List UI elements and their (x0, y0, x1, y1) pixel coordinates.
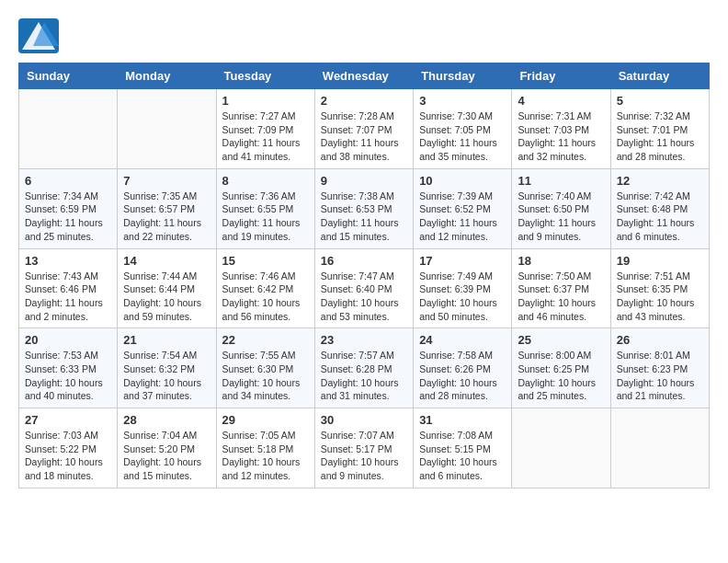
calendar-cell: 12Sunrise: 7:42 AM Sunset: 6:48 PM Dayli… (610, 168, 709, 248)
day-number: 7 (123, 174, 210, 188)
calendar-cell: 23Sunrise: 7:57 AM Sunset: 6:28 PM Dayli… (314, 328, 413, 408)
logo (18, 18, 63, 53)
day-details: Sunrise: 7:36 AM Sunset: 6:55 PM Dayligh… (222, 190, 309, 244)
day-number: 22 (222, 333, 309, 347)
calendar-cell (19, 89, 118, 169)
day-number: 16 (321, 254, 407, 268)
day-number: 12 (617, 174, 703, 188)
day-number: 24 (419, 333, 506, 347)
day-details: Sunrise: 8:00 AM Sunset: 6:25 PM Dayligh… (518, 349, 604, 403)
calendar-cell: 1Sunrise: 7:27 AM Sunset: 7:09 PM Daylig… (216, 89, 314, 169)
day-number: 13 (25, 254, 111, 268)
page-header (18, 18, 710, 53)
day-number: 17 (419, 254, 506, 268)
day-number: 27 (25, 413, 111, 427)
day-details: Sunrise: 8:01 AM Sunset: 6:23 PM Dayligh… (617, 349, 703, 403)
day-number: 10 (419, 174, 506, 188)
calendar-cell: 19Sunrise: 7:51 AM Sunset: 6:35 PM Dayli… (610, 248, 709, 328)
calendar-week-row: 6Sunrise: 7:34 AM Sunset: 6:59 PM Daylig… (19, 168, 710, 248)
day-number: 25 (518, 333, 604, 347)
day-details: Sunrise: 7:51 AM Sunset: 6:35 PM Dayligh… (617, 270, 703, 324)
day-details: Sunrise: 7:55 AM Sunset: 6:30 PM Dayligh… (222, 349, 309, 403)
col-header-monday: Monday (118, 63, 216, 89)
calendar-cell: 20Sunrise: 7:53 AM Sunset: 6:33 PM Dayli… (19, 328, 118, 408)
calendar-cell: 29Sunrise: 7:05 AM Sunset: 5:18 PM Dayli… (216, 408, 314, 488)
calendar-cell (610, 408, 709, 488)
calendar-cell: 28Sunrise: 7:04 AM Sunset: 5:20 PM Dayli… (118, 408, 216, 488)
calendar-cell: 14Sunrise: 7:44 AM Sunset: 6:44 PM Dayli… (118, 248, 216, 328)
day-number: 11 (518, 174, 604, 188)
day-number: 29 (222, 413, 309, 427)
day-details: Sunrise: 7:50 AM Sunset: 6:37 PM Dayligh… (518, 270, 604, 324)
col-header-sunday: Sunday (19, 63, 118, 89)
calendar-cell: 26Sunrise: 8:01 AM Sunset: 6:23 PM Dayli… (610, 328, 709, 408)
day-details: Sunrise: 7:46 AM Sunset: 6:42 PM Dayligh… (222, 270, 309, 324)
day-details: Sunrise: 7:49 AM Sunset: 6:39 PM Dayligh… (419, 270, 506, 324)
day-details: Sunrise: 7:34 AM Sunset: 6:59 PM Dayligh… (25, 190, 111, 244)
calendar-cell: 11Sunrise: 7:40 AM Sunset: 6:50 PM Dayli… (512, 168, 610, 248)
day-details: Sunrise: 7:38 AM Sunset: 6:53 PM Dayligh… (321, 190, 407, 244)
day-details: Sunrise: 7:58 AM Sunset: 6:26 PM Dayligh… (419, 349, 506, 403)
calendar-cell: 10Sunrise: 7:39 AM Sunset: 6:52 PM Dayli… (414, 168, 512, 248)
calendar-week-row: 1Sunrise: 7:27 AM Sunset: 7:09 PM Daylig… (19, 89, 710, 169)
calendar-cell: 8Sunrise: 7:36 AM Sunset: 6:55 PM Daylig… (216, 168, 314, 248)
col-header-friday: Friday (512, 63, 610, 89)
calendar-cell: 31Sunrise: 7:08 AM Sunset: 5:15 PM Dayli… (414, 408, 512, 488)
day-number: 8 (222, 174, 309, 188)
day-number: 28 (123, 413, 210, 427)
day-details: Sunrise: 7:47 AM Sunset: 6:40 PM Dayligh… (321, 270, 407, 324)
calendar-week-row: 27Sunrise: 7:03 AM Sunset: 5:22 PM Dayli… (19, 408, 710, 488)
day-number: 18 (518, 254, 604, 268)
calendar-cell: 7Sunrise: 7:35 AM Sunset: 6:57 PM Daylig… (118, 168, 216, 248)
day-details: Sunrise: 7:57 AM Sunset: 6:28 PM Dayligh… (321, 349, 407, 403)
calendar-table: SundayMondayTuesdayWednesdayThursdayFrid… (18, 63, 710, 488)
calendar-cell: 15Sunrise: 7:46 AM Sunset: 6:42 PM Dayli… (216, 248, 314, 328)
calendar-cell: 27Sunrise: 7:03 AM Sunset: 5:22 PM Dayli… (19, 408, 118, 488)
calendar-cell: 2Sunrise: 7:28 AM Sunset: 7:07 PM Daylig… (314, 89, 413, 169)
day-details: Sunrise: 7:44 AM Sunset: 6:44 PM Dayligh… (123, 270, 210, 324)
calendar-cell: 17Sunrise: 7:49 AM Sunset: 6:39 PM Dayli… (414, 248, 512, 328)
calendar-cell: 13Sunrise: 7:43 AM Sunset: 6:46 PM Dayli… (19, 248, 118, 328)
day-number: 26 (617, 333, 703, 347)
col-header-thursday: Thursday (414, 63, 512, 89)
calendar-cell: 21Sunrise: 7:54 AM Sunset: 6:32 PM Dayli… (118, 328, 216, 408)
day-number: 31 (419, 413, 506, 427)
day-details: Sunrise: 7:08 AM Sunset: 5:15 PM Dayligh… (419, 429, 506, 483)
calendar-cell: 25Sunrise: 8:00 AM Sunset: 6:25 PM Dayli… (512, 328, 610, 408)
col-header-tuesday: Tuesday (216, 63, 314, 89)
day-number: 19 (617, 254, 703, 268)
calendar-cell: 5Sunrise: 7:32 AM Sunset: 7:01 PM Daylig… (610, 89, 709, 169)
calendar-cell: 9Sunrise: 7:38 AM Sunset: 6:53 PM Daylig… (314, 168, 413, 248)
calendar-cell (512, 408, 610, 488)
day-number: 23 (321, 333, 407, 347)
calendar-cell: 18Sunrise: 7:50 AM Sunset: 6:37 PM Dayli… (512, 248, 610, 328)
calendar-header-row: SundayMondayTuesdayWednesdayThursdayFrid… (19, 63, 710, 89)
calendar-cell (118, 89, 216, 169)
calendar-cell: 24Sunrise: 7:58 AM Sunset: 6:26 PM Dayli… (414, 328, 512, 408)
calendar-week-row: 13Sunrise: 7:43 AM Sunset: 6:46 PM Dayli… (19, 248, 710, 328)
day-details: Sunrise: 7:03 AM Sunset: 5:22 PM Dayligh… (25, 429, 111, 483)
calendar-cell: 16Sunrise: 7:47 AM Sunset: 6:40 PM Dayli… (314, 248, 413, 328)
col-header-wednesday: Wednesday (314, 63, 413, 89)
col-header-saturday: Saturday (610, 63, 709, 89)
day-details: Sunrise: 7:32 AM Sunset: 7:01 PM Dayligh… (617, 109, 703, 164)
day-number: 21 (123, 333, 210, 347)
day-number: 20 (25, 333, 111, 347)
day-details: Sunrise: 7:42 AM Sunset: 6:48 PM Dayligh… (617, 190, 703, 244)
day-number: 4 (518, 94, 604, 108)
day-number: 2 (321, 94, 407, 108)
day-details: Sunrise: 7:07 AM Sunset: 5:17 PM Dayligh… (321, 429, 407, 483)
day-details: Sunrise: 7:35 AM Sunset: 6:57 PM Dayligh… (123, 190, 210, 244)
day-number: 9 (321, 174, 407, 188)
day-details: Sunrise: 7:27 AM Sunset: 7:09 PM Dayligh… (222, 109, 309, 164)
calendar-cell: 30Sunrise: 7:07 AM Sunset: 5:17 PM Dayli… (314, 408, 413, 488)
day-details: Sunrise: 7:43 AM Sunset: 6:46 PM Dayligh… (25, 270, 111, 324)
day-details: Sunrise: 7:28 AM Sunset: 7:07 PM Dayligh… (321, 109, 407, 164)
day-number: 14 (123, 254, 210, 268)
day-details: Sunrise: 7:04 AM Sunset: 5:20 PM Dayligh… (123, 429, 210, 483)
day-number: 5 (617, 94, 703, 108)
day-number: 30 (321, 413, 407, 427)
day-number: 6 (25, 174, 111, 188)
day-details: Sunrise: 7:40 AM Sunset: 6:50 PM Dayligh… (518, 190, 604, 244)
calendar-cell: 6Sunrise: 7:34 AM Sunset: 6:59 PM Daylig… (19, 168, 118, 248)
